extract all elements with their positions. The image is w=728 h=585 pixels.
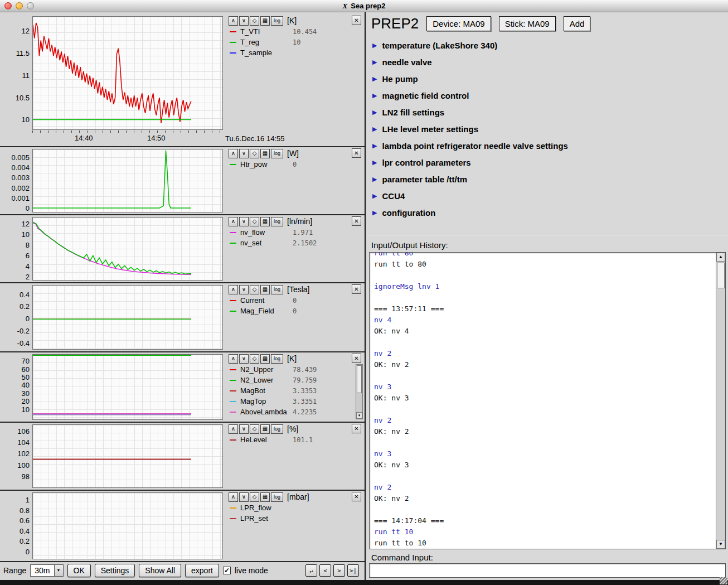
chart-move-down-button[interactable]: ∨: [239, 149, 249, 158]
legend-scrollbar[interactable]: ▼: [356, 364, 363, 419]
tree-item[interactable]: ▶lambda point refrigerator needle valve …: [372, 137, 568, 154]
scroll-down-icon[interactable]: ▼: [716, 540, 725, 549]
chart-scale-button[interactable]: ◇: [250, 424, 259, 434]
chart-plot[interactable]: [32, 149, 223, 212]
chart-close-button[interactable]: ✕: [352, 148, 361, 158]
tree-item[interactable]: ▶temperature (LakeShore 340): [372, 37, 568, 54]
export-button[interactable]: export: [185, 564, 219, 577]
chart-close-button[interactable]: ✕: [352, 16, 361, 25]
tree-expand-icon[interactable]: ▶: [372, 209, 377, 216]
chart-scale-button[interactable]: ◇: [250, 16, 259, 26]
chart-plot[interactable]: [32, 16, 223, 130]
chart-y-axis: 0.40.20-0.2-0.4: [0, 283, 31, 351]
device-button[interactable]: Device: MA09: [426, 16, 491, 31]
chart-scale-button[interactable]: ◇: [250, 354, 259, 364]
chart-move-up-button[interactable]: ∧: [229, 217, 238, 226]
chart-log-button[interactable]: log: [271, 217, 283, 226]
legend-scrollbar-thumb[interactable]: [357, 365, 362, 393]
chart-move-up-button[interactable]: ∧: [229, 16, 238, 26]
tree-expand-icon[interactable]: ▶: [372, 159, 377, 166]
command-input[interactable]: [369, 563, 726, 578]
chart-plot[interactable]: [32, 285, 223, 350]
legend-scroll-down-icon[interactable]: ▼: [356, 412, 362, 419]
series-line: [33, 222, 191, 274]
chart-move-up-button[interactable]: ∧: [229, 492, 238, 502]
chart-move-down-button[interactable]: ∨: [239, 16, 249, 26]
chart-move-down-button[interactable]: ∨: [239, 285, 249, 294]
range-dropdown[interactable]: 30m ▼: [30, 564, 63, 577]
tree-item[interactable]: ▶parameter table /tt/tm: [372, 171, 568, 187]
tree-item[interactable]: ▶lpr control parameters: [372, 154, 568, 171]
ok-button[interactable]: OK: [67, 564, 91, 577]
dropdown-arrow-icon[interactable]: ▼: [54, 565, 63, 576]
chart-scale-button[interactable]: ◇: [250, 492, 259, 502]
chart-close-button[interactable]: ✕: [352, 284, 361, 294]
chart-move-up-button[interactable]: ∧: [229, 354, 238, 364]
chart-plot[interactable]: [32, 424, 223, 488]
tree-item[interactable]: ▶CCU4: [372, 187, 568, 204]
show-all-button[interactable]: Show All: [139, 564, 181, 577]
scrollbar-thumb[interactable]: [717, 263, 725, 288]
chart-close-button[interactable]: ✕: [352, 492, 361, 501]
tree-expand-icon[interactable]: ▶: [372, 75, 377, 83]
chart-log-button[interactable]: log: [271, 424, 283, 434]
tree-expand-icon[interactable]: ▶: [372, 142, 377, 149]
history-scrollbar[interactable]: ▲ ▼: [716, 253, 725, 549]
chart-close-button[interactable]: ✕: [352, 354, 361, 363]
chart-log-button[interactable]: log: [271, 492, 283, 502]
add-button[interactable]: Add: [564, 16, 591, 31]
tree-item[interactable]: ▶LHe level meter settings: [372, 120, 568, 137]
chart-move-up-button[interactable]: ∧: [229, 149, 238, 158]
chart-move-down-button[interactable]: ∨: [239, 354, 249, 364]
chart-move-down-button[interactable]: ∨: [239, 492, 249, 502]
chart-window-button[interactable]: ▦: [260, 217, 270, 226]
nav-prev-button[interactable]: <: [319, 564, 331, 577]
chart-move-up-button[interactable]: ∧: [229, 285, 238, 294]
chart-move-up-button[interactable]: ∧: [229, 424, 238, 434]
nav-next-button[interactable]: >: [333, 564, 345, 577]
chart-move-down-button[interactable]: ∨: [239, 424, 249, 434]
settings-button[interactable]: Settings: [95, 564, 135, 577]
nav-return-button[interactable]: ↵: [305, 564, 317, 577]
chart-window-button[interactable]: ▦: [260, 16, 270, 26]
tree-expand-icon[interactable]: ▶: [372, 92, 377, 99]
tree-expand-icon[interactable]: ▶: [372, 59, 377, 66]
chart-log-button[interactable]: log: [271, 354, 283, 364]
chart-log-button[interactable]: log: [271, 149, 283, 158]
tree-expand-icon[interactable]: ▶: [372, 192, 377, 200]
live-mode-checkbox[interactable]: ✓: [223, 567, 231, 574]
chart-log-button[interactable]: log: [271, 16, 283, 26]
tree-item[interactable]: ▶configuration: [372, 204, 568, 221]
chart-window-button[interactable]: ▦: [260, 424, 270, 434]
scroll-up-icon[interactable]: ▲: [716, 253, 725, 262]
chart-log-button[interactable]: log: [271, 285, 283, 294]
chart-window-button[interactable]: ▦: [260, 149, 270, 158]
resize-grip[interactable]: [720, 577, 727, 584]
tree-item[interactable]: ▶magnetic field control: [372, 87, 568, 104]
chart-plot[interactable]: [32, 217, 223, 281]
chart-window-button[interactable]: ▦: [260, 354, 270, 364]
chart-window-button[interactable]: ▦: [260, 492, 270, 502]
tree-item[interactable]: ▶LN2 fill settings: [372, 104, 568, 120]
tree-expand-icon[interactable]: ▶: [372, 42, 377, 49]
chart-close-button[interactable]: ✕: [352, 216, 361, 226]
chart-plot[interactable]: [32, 354, 223, 420]
tree-expand-icon[interactable]: ▶: [372, 176, 377, 183]
chart-canvas: [33, 355, 222, 419]
y-tick-label: 1: [26, 496, 30, 504]
chart-plot[interactable]: [32, 492, 223, 559]
tree-expand-icon[interactable]: ▶: [372, 109, 377, 116]
y-tick-label: 0.2: [20, 302, 30, 311]
nav-end-button[interactable]: >|: [347, 564, 359, 577]
tree-expand-icon[interactable]: ▶: [372, 125, 377, 133]
chart-scale-button[interactable]: ◇: [250, 149, 259, 158]
tree-item[interactable]: ▶He pump: [372, 70, 568, 87]
chart-scale-button[interactable]: ◇: [250, 285, 259, 294]
chart-close-button[interactable]: ✕: [352, 424, 361, 433]
history-box[interactable]: run tt 80run tt to 80 ignoreMsg lnv 1 ==…: [369, 252, 726, 549]
stick-button[interactable]: Stick: MA09: [499, 16, 556, 31]
chart-move-down-button[interactable]: ∨: [239, 217, 249, 226]
chart-window-button[interactable]: ▦: [260, 285, 270, 294]
tree-item[interactable]: ▶needle valve: [372, 54, 568, 70]
chart-scale-button[interactable]: ◇: [250, 217, 259, 226]
